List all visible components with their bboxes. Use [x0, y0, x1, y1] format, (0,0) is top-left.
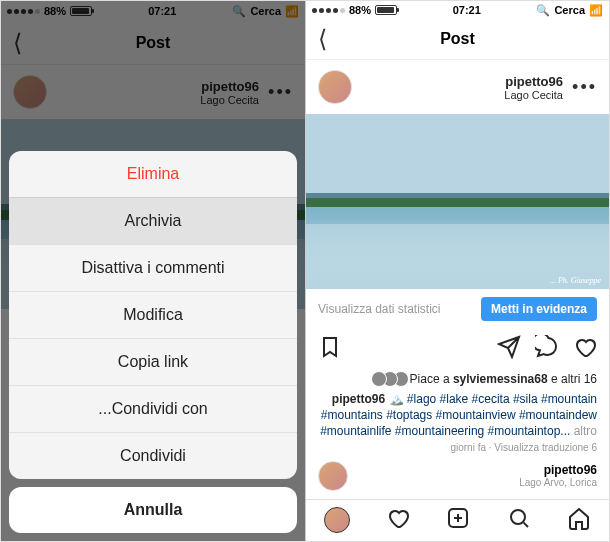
post-username[interactable]: pipetto96: [362, 74, 563, 89]
view-stats-link[interactable]: Visualizza dati statistici: [318, 302, 441, 316]
comment-row[interactable]: pipetto96 Lago Arvo, Lorica: [306, 453, 609, 499]
bookmark-icon[interactable]: [318, 335, 342, 363]
battery-text: 88%: [349, 4, 371, 16]
timestamp-row: 6 giorni fa · Visualizza traduzione: [306, 442, 609, 453]
share-icon[interactable]: [497, 335, 521, 363]
likes-row[interactable]: Piace a sylviemessina68 e altri 16: [306, 369, 609, 389]
highlight-button[interactable]: Metti in evidenza: [481, 297, 597, 321]
screen-left: 88% 07:21 🔍 Cerca 📶 ⟨ Post ••• pipetto96…: [1, 1, 305, 541]
comment-icon[interactable]: [535, 335, 559, 363]
comment-sub: Lago Arvo, Lorica: [356, 477, 597, 488]
battery-icon: [375, 5, 397, 15]
like-icon[interactable]: [573, 335, 597, 363]
more-dots-icon[interactable]: •••: [573, 77, 597, 98]
nav-profile-icon[interactable]: [324, 507, 350, 533]
sheet-archive[interactable]: Archivia: [9, 197, 297, 244]
svg-point-3: [511, 510, 525, 524]
translate-link[interactable]: Visualizza traduzione: [494, 442, 588, 453]
sheet-delete[interactable]: Elimina: [9, 151, 297, 197]
like-avatars: [371, 371, 404, 387]
header-title: Post: [342, 30, 573, 48]
status-search: Cerca: [554, 4, 585, 16]
search-glyph: 🔍: [536, 4, 550, 17]
avatar[interactable]: [318, 70, 352, 104]
stats-row: Metti in evidenza Visualizza dati statis…: [306, 289, 609, 329]
header: ⟨ Post: [306, 19, 609, 60]
sheet-share[interactable]: Condividi: [9, 432, 297, 479]
post-image[interactable]: Ph. Giuseppe ...: [306, 114, 609, 289]
wifi-icon: 📶: [589, 4, 603, 17]
sheet-copy-link[interactable]: Copia link: [9, 338, 297, 385]
nav-search-icon[interactable]: [507, 506, 531, 534]
bottom-nav: [306, 499, 609, 541]
action-row: [306, 329, 609, 369]
caption[interactable]: pipetto96 🏔️ #lago #lake #cecita #sila #…: [306, 389, 609, 442]
sheet-disable-comments[interactable]: Disattiva i commenti: [9, 244, 297, 291]
sheet-edit[interactable]: Modifica: [9, 291, 297, 338]
screen-right: 88% 07:21 🔍 Cerca 📶 ⟨ Post ••• pipetto96…: [305, 1, 609, 541]
post-location[interactable]: Lago Cecita: [362, 89, 563, 101]
status-time: 07:21: [453, 4, 481, 16]
back-arrow-icon[interactable]: ⟨: [318, 25, 342, 53]
status-bar: 88% 07:21 🔍 Cerca 📶: [306, 1, 609, 19]
likes-text: Piace a sylviemessina68 e altri 16: [410, 372, 597, 386]
action-sheet: Elimina Archivia Disattiva i commenti Mo…: [9, 151, 297, 533]
nav-activity-icon[interactable]: [386, 506, 410, 534]
svg-line-4: [523, 523, 527, 527]
watermark: Ph. Giuseppe ...: [550, 276, 601, 285]
sheet-share-with[interactable]: Condividi con...: [9, 385, 297, 432]
nav-home-icon[interactable]: [567, 506, 591, 534]
post-header: ••• pipetto96 Lago Cecita: [306, 60, 609, 114]
comment-username: pipetto96: [356, 463, 597, 477]
comment-avatar[interactable]: [318, 461, 348, 491]
sheet-cancel[interactable]: Annulla: [9, 487, 297, 533]
nav-add-icon[interactable]: [446, 506, 470, 534]
